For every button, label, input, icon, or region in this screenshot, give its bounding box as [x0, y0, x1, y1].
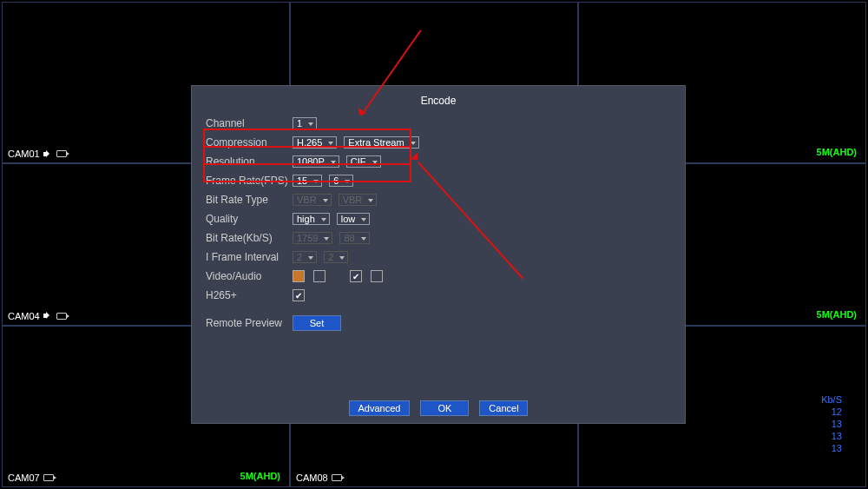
check-video-extra[interactable]: [350, 270, 362, 282]
resolution-label: 5M(AHD): [817, 309, 857, 320]
label-va: Video/Audio: [206, 270, 293, 282]
camera-icon: [56, 150, 67, 157]
resolution-label: 5M(AHD): [817, 147, 857, 157]
select-channel[interactable]: 1: [293, 117, 317, 129]
advanced-button[interactable]: Advanced: [349, 400, 411, 416]
set-button[interactable]: Set: [293, 315, 341, 331]
dialog-buttons: Advanced OK Cancel: [192, 400, 685, 416]
cam-label-07: CAM07: [8, 472, 54, 483]
cam-label-04: CAM04: [8, 311, 67, 321]
camera-icon: [332, 474, 342, 481]
stats-row: 13: [821, 418, 842, 430]
cam-name: CAM04: [8, 311, 40, 321]
dialog-title: Encode: [206, 95, 671, 107]
check-audio-extra[interactable]: [371, 270, 383, 282]
check-video-main[interactable]: [293, 270, 305, 282]
select-brkbps-extra: 88: [339, 232, 369, 244]
speaker-icon: [43, 312, 53, 320]
encode-dialog: Encode Channel 1 Compression H.265 Extra…: [191, 85, 686, 424]
select-resolution-main[interactable]: 1080P: [293, 155, 339, 168]
select-fps-extra[interactable]: 6: [329, 175, 353, 187]
select-brtype-extra: VBR: [339, 194, 378, 206]
select-quality-extra[interactable]: low: [337, 213, 371, 225]
ok-button[interactable]: OK: [420, 400, 469, 416]
cancel-button[interactable]: Cancel: [479, 400, 528, 416]
cam-name: CAM07: [8, 472, 40, 483]
bitrate-stats: Kb/S 12 13 13 13: [821, 393, 842, 454]
check-h265plus[interactable]: [293, 289, 305, 301]
camera-icon: [43, 474, 54, 481]
select-resolution-extra[interactable]: CIF: [346, 155, 381, 168]
select-brtype-main: VBR: [293, 194, 332, 206]
select-quality-main[interactable]: high: [293, 213, 330, 225]
select-fps-main[interactable]: 15: [293, 175, 322, 187]
label-iframe: I Frame Interval: [206, 251, 293, 263]
stats-row: 12: [821, 406, 842, 418]
select-compression-main[interactable]: H.265: [293, 136, 337, 149]
label-fps: Frame Rate(FPS): [206, 175, 293, 187]
select-compression-extra[interactable]: Extra Stream: [344, 136, 418, 149]
stats-row: 13: [821, 430, 842, 442]
cam-name: CAM01: [8, 149, 40, 159]
label-remote: Remote Preview: [206, 317, 293, 329]
stats-row: 13: [821, 442, 842, 454]
label-quality: Quality: [206, 213, 293, 225]
label-brtype: Bit Rate Type: [206, 194, 293, 206]
select-brkbps-main: 1759: [293, 232, 332, 244]
label-compression: Compression: [206, 136, 293, 149]
select-iframe-main: 2: [293, 251, 317, 263]
cam-name: CAM08: [296, 472, 328, 483]
check-audio-main[interactable]: [313, 270, 326, 282]
label-channel: Channel: [206, 117, 293, 129]
speaker-icon: [43, 150, 53, 158]
cam-label-01: CAM01: [8, 149, 67, 159]
label-brkbps: Bit Rate(Kb/S): [206, 232, 293, 244]
select-iframe-extra: 2: [324, 251, 348, 263]
camera-icon: [56, 313, 67, 320]
stats-header: Kb/S: [821, 393, 842, 406]
resolution-label: 5M(AHD): [240, 471, 280, 481]
cam-label-08: CAM08: [296, 472, 342, 483]
label-h265: H265+: [206, 289, 293, 301]
label-resolution: Resolution: [206, 155, 293, 168]
